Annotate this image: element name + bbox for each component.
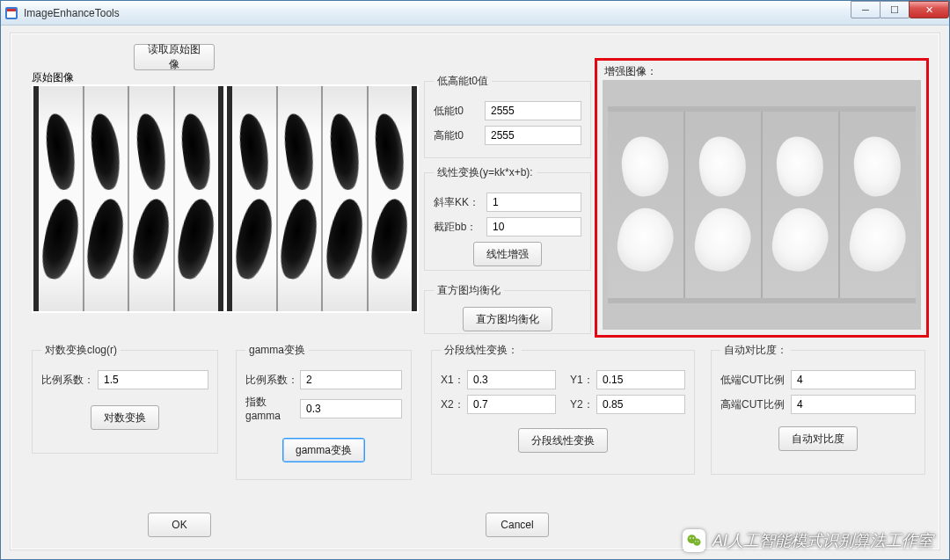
- kk-label: 斜率KK：: [434, 195, 486, 210]
- high-t0-input[interactable]: [485, 126, 581, 145]
- app-window: ImageEnhanceTools ─ ☐ ✕ 读取原始图像 原始图像: [0, 0, 950, 560]
- gamma-group: gamma变换 比例系数： 指数gamma gamma变换: [236, 343, 412, 480]
- gamma-exp-label: 指数gamma: [245, 395, 300, 422]
- enhanced-image-label: 增强图像：: [604, 64, 657, 79]
- histogram-group-label: 直方图均衡化: [434, 283, 504, 298]
- high-cut-label: 高端CUT比例: [720, 397, 791, 412]
- piecewise-group-label: 分段线性变换：: [441, 343, 522, 358]
- bb-input[interactable]: [486, 217, 581, 236]
- gamma-transform-button[interactable]: gamma变换: [282, 438, 365, 462]
- piecewise-group: 分段线性变换： X1： Y1： X2： Y2： 分段线性变换: [431, 343, 695, 475]
- linear-group-label: 线性变换(y=kk*x+b):: [434, 165, 537, 180]
- high-cut-input[interactable]: [791, 395, 916, 414]
- log-ratio-label: 比例系数：: [41, 373, 98, 388]
- original-image-view: [32, 84, 419, 313]
- linear-group: 线性变换(y=kk*x+b): 斜率KK： 截距bb： 线性增强: [424, 165, 591, 271]
- y1-input[interactable]: [596, 370, 685, 389]
- xray-strip-right: [227, 86, 417, 311]
- log-ratio-input[interactable]: [98, 370, 208, 389]
- log-transform-button[interactable]: 对数变换: [91, 405, 159, 430]
- high-t0-label: 高能t0: [434, 128, 485, 143]
- load-original-button[interactable]: 读取原始图像: [134, 44, 215, 70]
- xray-strip-left: [33, 86, 223, 311]
- kk-input[interactable]: [486, 193, 581, 212]
- gamma-exp-input[interactable]: [300, 399, 402, 418]
- x1-input[interactable]: [467, 370, 556, 389]
- cancel-button[interactable]: Cancel: [486, 513, 549, 537]
- log-group: 对数变换clog(r) 比例系数： 对数变换: [32, 343, 218, 454]
- low-t0-input[interactable]: [485, 101, 581, 120]
- histogram-eq-button[interactable]: 直方图均衡化: [463, 307, 552, 331]
- x2-input[interactable]: [467, 395, 556, 414]
- y1-label: Y1：: [570, 373, 596, 388]
- ok-button[interactable]: OK: [148, 513, 211, 537]
- auto-contrast-button[interactable]: 自动对比度: [778, 426, 858, 451]
- y2-input[interactable]: [596, 395, 685, 414]
- t0-group: 低高能t0值 低能t0 高能t0: [424, 74, 591, 158]
- app-icon: [4, 6, 18, 20]
- x2-label: X2：: [441, 397, 467, 412]
- linear-enhance-button[interactable]: 线性增强: [473, 242, 542, 266]
- close-button[interactable]: ✕: [909, 1, 949, 18]
- titlebar: ImageEnhanceTools ─ ☐ ✕: [1, 1, 949, 25]
- auto-contrast-group-label: 自动对比度：: [720, 343, 791, 358]
- minimize-button[interactable]: ─: [851, 1, 881, 18]
- bb-label: 截距bb：: [434, 220, 486, 235]
- gamma-group-label: gamma变换: [245, 343, 309, 358]
- client-area: 读取原始图像 原始图像 低高能t0值 低能t0: [10, 33, 940, 550]
- enhanced-image-highlight: 增强图像：: [595, 58, 929, 338]
- low-cut-label: 低端CUT比例: [720, 373, 791, 388]
- low-cut-input[interactable]: [791, 370, 916, 389]
- gamma-ratio-input[interactable]: [300, 370, 402, 389]
- x1-label: X1：: [441, 373, 467, 388]
- t0-group-label: 低高能t0值: [434, 74, 492, 89]
- low-t0-label: 低能t0: [434, 104, 485, 119]
- piecewise-button[interactable]: 分段线性变换: [518, 428, 608, 453]
- maximize-button[interactable]: ☐: [880, 1, 910, 18]
- window-title: ImageEnhanceTools: [24, 7, 120, 19]
- gamma-ratio-label: 比例系数：: [245, 373, 300, 388]
- svg-rect-2: [7, 9, 16, 11]
- y2-label: Y2：: [570, 397, 596, 412]
- enhanced-image-view: [603, 80, 921, 330]
- auto-contrast-group: 自动对比度： 低端CUT比例 高端CUT比例 自动对比度: [711, 343, 925, 475]
- original-image-label: 原始图像: [32, 70, 74, 85]
- window-controls: ─ ☐ ✕: [851, 1, 949, 18]
- log-group-label: 对数变换clog(r): [41, 343, 121, 358]
- histogram-group: 直方图均衡化 直方图均衡化: [424, 283, 591, 334]
